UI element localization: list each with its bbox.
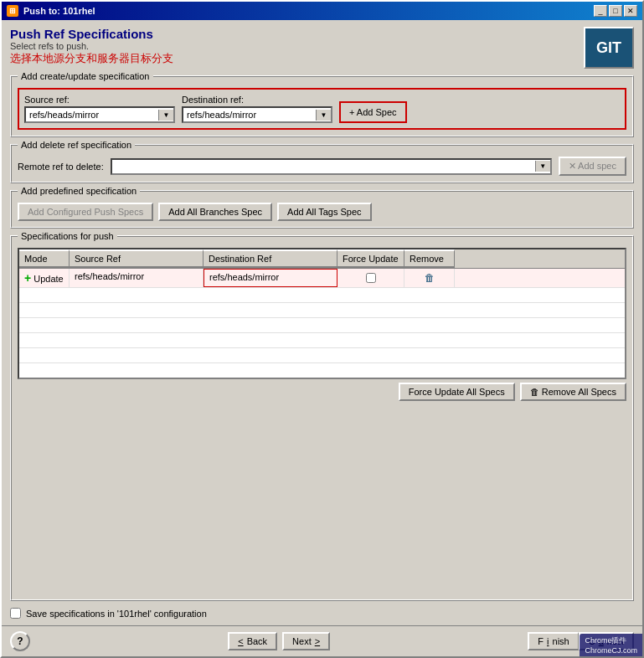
page-title: Push Ref Specifications (10, 27, 173, 41)
source-ref-combo: ▼ (24, 106, 175, 123)
specifications-table: Mode Source Ref Destination Ref Force Up… (18, 248, 626, 379)
col-force-update: Force Update (337, 249, 404, 268)
add-delete-label: Add delete ref specification (18, 140, 135, 150)
table-row[interactable]: + Update refs/heads/mirror refs/heads/mi… (19, 269, 625, 288)
dest-ref-dropdown[interactable]: ▼ (316, 110, 331, 121)
cell-destination-ref: refs/heads/mirror (204, 269, 337, 287)
source-ref-group: Source ref: ▼ (24, 95, 175, 123)
next-label: Next (292, 636, 312, 646)
header-text: Push Ref Specifications Select refs to p… (10, 27, 173, 66)
col-remove: Remove (404, 249, 455, 268)
source-ref-label: Source ref: (24, 95, 175, 105)
add-create-inner: Source ref: ▼ Destination ref: ▼ + Add S… (18, 88, 626, 130)
git-logo: GIT (584, 27, 634, 69)
remote-ref-label: Remote ref to delete: (18, 162, 104, 172)
cell-source-ref: refs/heads/mirror (70, 269, 204, 287)
bottom-buttons: Force Update All Specs 🗑 Remove All Spec… (18, 383, 626, 401)
title-buttons: _ □ ✕ (594, 5, 637, 17)
remove-all-specs-button[interactable]: 🗑 Remove All Specs (520, 383, 626, 401)
footer-nav: < Back Next > (228, 632, 330, 650)
col-source-ref: Source Ref (70, 249, 204, 268)
maximize-button[interactable]: □ (609, 5, 622, 17)
specifications-label: Specifications for push (18, 231, 117, 241)
predefined-buttons: Add Configured Push Specs Add All Branch… (18, 203, 626, 221)
window-icon: ⊞ (7, 5, 18, 17)
header-section: Push Ref Specifications Select refs to p… (10, 27, 634, 69)
back-label: Back (247, 636, 267, 646)
cell-remove: 🗑 (404, 269, 455, 287)
main-window: ⊞ Push to: 101rhel _ □ ✕ Push Ref Specif… (0, 0, 644, 658)
save-checkbox[interactable] (10, 608, 21, 619)
dest-ref-combo: ▼ (182, 106, 332, 123)
back-button[interactable]: < Back (228, 632, 277, 650)
chinese-subtitle: 选择本地源分支和服务器目标分支 (10, 51, 173, 66)
cell-mode-icon: + Update (19, 269, 70, 287)
add-all-tags-spec-button[interactable]: Add All Tags Spec (277, 203, 371, 221)
add-spec-delete-button[interactable]: ✕ Add spec (559, 157, 626, 176)
add-spec-button[interactable]: + Add Spec (339, 101, 407, 123)
dest-ref-input[interactable] (183, 108, 316, 121)
next-underline: > (315, 636, 320, 646)
add-predefined-label: Add predefined specification (18, 186, 140, 196)
cell-mode-text: Update (33, 274, 63, 284)
window-title: Push to: 101rhel (23, 6, 95, 16)
dest-ref-label: Destination ref: (182, 95, 332, 105)
col-mode: Mode (19, 249, 70, 268)
close-button[interactable]: ✕ (624, 5, 637, 17)
table-row-empty-2 (19, 303, 625, 318)
table-row-empty-6 (19, 363, 625, 378)
title-bar: ⊞ Push to: 101rhel _ □ ✕ (2, 2, 642, 20)
table-header: Mode Source Ref Destination Ref Force Up… (19, 249, 625, 269)
remote-ref-dropdown[interactable]: ▼ (535, 161, 550, 172)
chrome-badge: Chrome插件ChromeCJ.com (580, 634, 642, 656)
remote-ref-combo: ▼ (111, 158, 552, 175)
help-button[interactable]: ? (10, 631, 30, 651)
title-bar-left: ⊞ Push to: 101rhel (7, 5, 95, 17)
source-ref-input[interactable] (26, 108, 158, 121)
finish-button[interactable]: Finish (528, 632, 578, 650)
add-configured-push-specs-button[interactable]: Add Configured Push Specs (18, 203, 153, 221)
add-delete-inner: Remote ref to delete: ▼ ✕ Add spec (18, 157, 626, 176)
table-row-empty-4 (19, 333, 625, 348)
force-update-checkbox[interactable] (366, 273, 376, 283)
add-create-section: Add create/update specification Source r… (10, 75, 634, 137)
back-underline: < (238, 636, 243, 646)
next-button[interactable]: Next > (282, 632, 330, 650)
dest-ref-group: Destination ref: ▼ (182, 95, 332, 123)
source-ref-dropdown[interactable]: ▼ (158, 110, 173, 121)
page-subtitle: Select refs to push. (10, 41, 173, 51)
table-body: + Update refs/heads/mirror refs/heads/mi… (19, 269, 625, 378)
col-destination-ref: Destination Ref (204, 249, 337, 268)
table-row-empty-3 (19, 318, 625, 333)
table-row-empty-1 (19, 288, 625, 303)
remote-ref-input[interactable] (112, 160, 535, 173)
plus-icon: + (24, 271, 31, 285)
add-all-branches-spec-button[interactable]: Add All Branches Spec (158, 203, 272, 221)
minimize-button[interactable]: _ (594, 5, 607, 17)
trash-icon[interactable]: 🗑 (425, 272, 435, 284)
add-predefined-section: Add predefined specification Add Configu… (10, 190, 634, 229)
content-area: Push Ref Specifications Select refs to p… (2, 20, 642, 625)
cell-force-update (337, 269, 404, 287)
add-create-label: Add create/update specification (18, 71, 153, 81)
add-delete-section: Add delete ref specification Remote ref … (10, 144, 634, 183)
force-update-all-specs-button[interactable]: Force Update All Specs (399, 383, 515, 401)
save-checkbox-row: Save specifications in '101rhel' configu… (10, 608, 634, 619)
specifications-section: Specifications for push Mode Source Ref … (10, 235, 634, 601)
footer: ? < Back Next > Finish Cancel Chrome插件Ch… (2, 625, 642, 656)
table-row-empty-5 (19, 348, 625, 363)
save-label: Save specifications in '101rhel' configu… (26, 609, 207, 619)
